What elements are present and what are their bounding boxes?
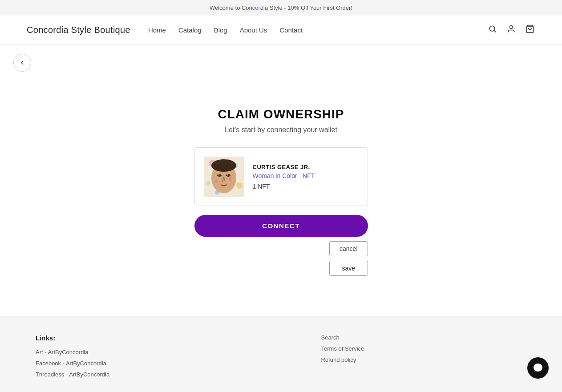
- svg-point-14: [218, 174, 219, 176]
- back-button[interactable]: [13, 54, 31, 72]
- save-button[interactable]: save: [329, 261, 368, 276]
- footer: Links: Art - ArtByConcordia Facebook - A…: [0, 316, 562, 392]
- main-content: CLAIM OWNERSHIP Let's start by connectin…: [0, 81, 562, 316]
- top-banner: Welcome to Concordia Style - 10% Off You…: [0, 0, 562, 16]
- svg-point-19: [229, 177, 232, 181]
- footer-link-search[interactable]: Search: [321, 334, 527, 341]
- nft-artist: CURTIS GEASE JR.: [253, 164, 359, 170]
- main-nav: Home Catalog Blog About Us Contact: [148, 26, 487, 34]
- header-icons: [487, 24, 535, 36]
- svg-point-8: [236, 182, 243, 189]
- search-icon[interactable]: [487, 24, 498, 36]
- footer-link-terms[interactable]: Terms of Service: [321, 345, 527, 352]
- svg-line-1: [494, 31, 496, 32]
- footer-links-title: Links:: [36, 334, 241, 342]
- footer-left: Links: Art - ArtByConcordia Facebook - A…: [36, 334, 241, 382]
- nav-catalog[interactable]: Catalog: [178, 26, 202, 34]
- nav-about[interactable]: About Us: [240, 26, 267, 34]
- nav-home[interactable]: Home: [148, 26, 166, 34]
- footer-link-facebook[interactable]: Facebook - ArtByConcordia: [36, 360, 241, 367]
- cart-icon[interactable]: [525, 24, 535, 36]
- nft-name: Woman in Color - NFT: [253, 172, 359, 179]
- svg-point-0: [489, 26, 495, 31]
- site-logo[interactable]: Concordia Style Boutique: [27, 25, 130, 35]
- svg-point-2: [510, 26, 513, 29]
- footer-link-art[interactable]: Art - ArtByConcordia: [36, 349, 241, 356]
- claim-subtitle: Let's start by connecting your wallet: [225, 126, 337, 134]
- nft-card: 400 X 300: [194, 147, 368, 206]
- action-buttons: cancel save: [329, 241, 368, 276]
- nft-info: CURTIS GEASE JR. Woman in Color - NFT 1 …: [253, 164, 359, 190]
- cancel-button[interactable]: cancel: [329, 241, 368, 256]
- svg-point-15: [227, 174, 228, 176]
- footer-link-threadless[interactable]: Threadless - ArtByConcordia: [36, 371, 241, 378]
- footer-right: Search Terms of Service Refund policy: [277, 334, 527, 382]
- footer-link-refund[interactable]: Refund policy: [321, 356, 527, 363]
- header: Concordia Style Boutique Home Catalog Bl…: [0, 16, 562, 45]
- svg-point-21: [225, 186, 227, 189]
- svg-point-18: [211, 159, 236, 172]
- claim-title: CLAIM OWNERSHIP: [218, 107, 344, 121]
- nav-blog[interactable]: Blog: [214, 26, 227, 34]
- nft-artwork: [204, 157, 244, 197]
- account-icon[interactable]: [506, 24, 517, 36]
- nav-contact[interactable]: Contact: [279, 26, 303, 34]
- svg-point-7: [206, 181, 210, 186]
- connect-button[interactable]: CONNECT: [194, 215, 368, 237]
- chat-bubble[interactable]: [527, 357, 549, 379]
- nft-count: 1 NFT: [253, 183, 359, 190]
- svg-point-20: [215, 180, 218, 182]
